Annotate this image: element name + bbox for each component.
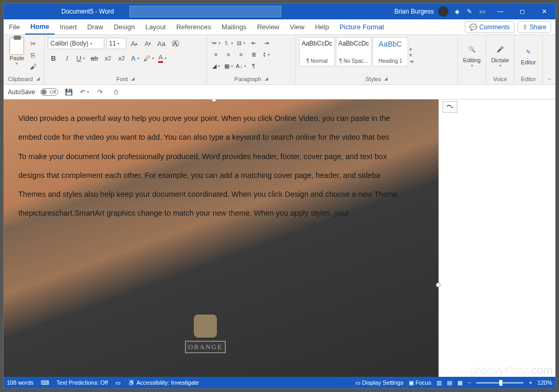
comments-button[interactable]: 💬 Comments [465,21,514,33]
user-avatar[interactable] [438,6,448,17]
italic-button[interactable]: I [61,52,73,64]
font-launcher[interactable]: ◢ [131,76,135,82]
save-button[interactable]: 💾 [63,87,74,97]
diamond-icon[interactable]: ◈ [453,8,461,15]
underline-button[interactable]: U [75,52,86,64]
menu-design[interactable]: Design [108,20,140,35]
menu-picture-format[interactable]: Picture Format [334,20,389,35]
highlight-button[interactable]: 🖊 [143,52,155,64]
group-font: Calibri (Body) 11 A▴ A▾ Aa A⃠ B I U ab x… [45,35,207,84]
wand-icon[interactable]: ✎ [465,8,474,15]
font-color-button[interactable]: A [157,52,168,64]
undo-button[interactable]: ↶ [79,87,90,97]
multilevel-button[interactable]: ⊟ [235,37,247,49]
style-heading1[interactable]: AaBbCHeading 1 [372,37,408,66]
styles-more-button[interactable]: ▴▾⏷ [409,37,418,73]
menu-home[interactable]: Home [25,20,54,35]
shading-button[interactable]: ◢ [210,60,222,72]
display-settings[interactable]: ▭ Display Settings [355,379,403,386]
numbering-button[interactable]: ⒈ [223,37,234,49]
user-name[interactable]: Brian Burgess [394,8,434,15]
panel-icon[interactable]: ▭ [478,8,486,15]
paragraph-line: To make your document look professionall… [18,147,436,166]
change-case-button[interactable]: Aa [156,38,167,49]
menu-mailings[interactable]: Mailings [216,20,252,35]
word-count[interactable]: 108 words [7,379,34,386]
paragraph-launcher[interactable]: ◢ [265,76,268,82]
text-effects-button[interactable]: A [129,52,141,64]
layout-options-button[interactable] [443,101,457,113]
print-layout-button[interactable]: ▤ [447,379,452,386]
style-normal[interactable]: AaBbCcDc¶ Normal [299,37,335,66]
editing-button[interactable]: 🔍 Editing ▾ [461,37,483,73]
collapse-ribbon-button[interactable]: ⌃ [543,35,555,84]
dictate-button[interactable]: 🎤 Dictate ▾ [489,37,511,73]
customize-qat-button[interactable]: ⎙ [111,87,121,97]
bold-button[interactable]: B [48,52,59,64]
selection-handle-right[interactable] [436,283,441,287]
menu-layout[interactable]: Layout [140,20,171,35]
menu-view[interactable]: View [284,20,310,35]
decrease-indent-button[interactable]: ⇤ [248,37,259,49]
editing-label: Editing [463,57,481,63]
share-button[interactable]: ⇪ Share [518,21,551,33]
menu-insert[interactable]: Insert [54,20,82,35]
copy-button[interactable]: ⎘ [28,50,38,60]
line-spacing-button[interactable]: ‡ [260,49,272,60]
align-center-button[interactable]: ≡ [223,49,234,60]
microphone-icon: 🎤 [493,42,508,57]
bullets-button[interactable]: ≔ [210,37,222,49]
search-box[interactable] [129,6,281,17]
menu-file[interactable]: File [4,20,25,35]
justify-button[interactable]: ≣ [248,49,259,60]
clipboard-launcher[interactable]: ◢ [36,76,40,82]
superscript-button[interactable]: x2 [116,52,127,64]
clear-formatting-button[interactable]: A⃠ [169,38,181,49]
minimize-button[interactable]: — [489,4,511,19]
subscript-button[interactable]: x2 [102,52,114,64]
borders-button[interactable]: ▦ [223,60,234,72]
paragraph-group-label: Paragraph [234,76,261,82]
font-name-combo[interactable]: Calibri (Body) [48,38,104,49]
redo-button[interactable]: ↷ [95,87,105,97]
search-icon: 🔍 [465,42,479,57]
decrease-font-button[interactable]: A▾ [142,38,154,49]
editor-button[interactable]: ✎ Editor [518,37,539,73]
style-no-spacing[interactable]: AaBbCcDc¶ No Spac... [336,37,371,66]
editor-icon: ✎ [521,44,536,59]
menu-references[interactable]: References [171,20,216,35]
show-marks-button[interactable]: ¶ [248,60,259,72]
format-painter-button[interactable]: 🖌 [28,62,38,71]
zoom-slider[interactable] [476,382,523,384]
increase-font-button[interactable]: A▴ [128,38,140,49]
font-size-combo[interactable]: 11 [106,38,126,49]
zoom-in-button[interactable]: + [529,379,532,386]
align-left-button[interactable]: ≡ [210,49,222,60]
menu-draw[interactable]: Draw [82,20,108,35]
strikethrough-button[interactable]: ab [89,52,100,64]
increase-indent-button[interactable]: ⇥ [260,37,272,49]
selection-handle-top[interactable] [212,99,216,102]
close-button[interactable]: ✕ [533,4,555,19]
web-layout-button[interactable]: ▦ [457,379,463,386]
styles-launcher[interactable]: ◢ [384,76,388,82]
autosave-toggle[interactable]: Off [40,88,58,96]
zoom-level[interactable]: 120% [538,379,552,386]
display-icon[interactable]: ▭ [115,379,120,386]
accessibility-status[interactable]: ♿ Accessibility: Investigate [128,379,199,386]
read-mode-button[interactable]: ▥ [436,379,442,386]
language-icon[interactable]: ⌨ [41,379,49,386]
zoom-out-button[interactable]: − [468,379,471,386]
paste-button[interactable]: Paste ▾ [7,37,27,66]
sort-button[interactable]: A↓ [235,60,247,72]
focus-mode[interactable]: ▣ Focus [409,379,431,386]
menu-review[interactable]: Review [252,20,285,35]
paragraph-line: designs that complement each other. For … [18,166,436,185]
document-page[interactable]: Video provides a powerful way to help yo… [4,99,439,377]
cut-button[interactable]: ✂ [28,39,38,48]
text-predictions[interactable]: Text Predictions: Off [57,379,108,386]
menu-help[interactable]: Help [310,20,334,35]
document-text[interactable]: Video provides a powerful way to help yo… [18,109,436,223]
align-right-button[interactable]: ≡ [235,49,247,60]
maximize-button[interactable]: ◻ [511,4,533,19]
